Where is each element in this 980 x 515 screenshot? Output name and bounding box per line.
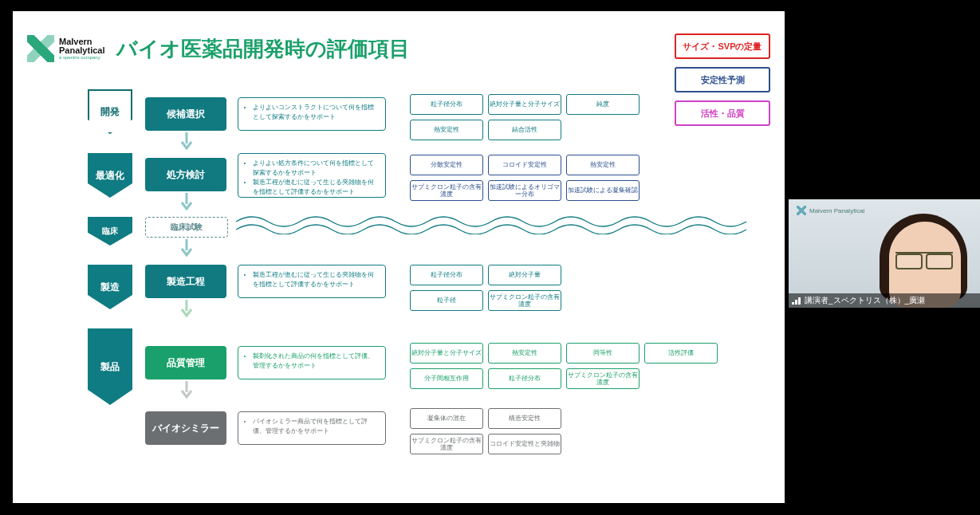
- tag: 分散安定性: [410, 155, 483, 175]
- tags-biosimilar: 凝集体の混在 構造安定性 サブミクロン粒子の含有濃度 コロイド安定性と夾雑物: [410, 408, 577, 454]
- tag: 加速試験によるオリゴマー分布: [488, 180, 561, 201]
- tag: 絶対分子量と分子サイズ: [488, 94, 561, 115]
- wave-divider-icon: [236, 214, 762, 234]
- tag: サブミクロン粒子の含有濃度: [488, 290, 561, 311]
- tag: 熱安定性: [488, 343, 561, 364]
- tag: サブミクロン粒子の含有濃度: [410, 180, 483, 201]
- tag: サブミクロン粒子の含有濃度: [410, 434, 483, 454]
- brand-text: MalvernPanalytical a spectris company: [59, 37, 104, 60]
- stage-optimization: 最適化: [88, 153, 132, 198]
- speaker-panel: Malvern Panalytical 講演者_スペクトリス（株）_廣瀬: [789, 199, 980, 308]
- tag: 純度: [566, 94, 640, 115]
- process-candidate: 候補選択: [145, 97, 226, 131]
- glasses-icon: [895, 252, 953, 268]
- tags-mfg: 粒子径分布 絶対分子量 粒子径 サブミクロン粒子の含有濃度: [410, 265, 577, 311]
- process-biosimilar: バイオシミラー: [145, 411, 226, 445]
- speaker-brand: Malvern Panalytical: [797, 206, 864, 215]
- tag: 熱安定性: [410, 120, 483, 140]
- tag: 同等性: [566, 343, 640, 364]
- desc-candidate: よりよいコンストラクトについて何を指標として探索するかをサポート: [238, 97, 386, 131]
- stage-manufacture: 製造: [88, 265, 132, 309]
- tag: 分子間相互作用: [410, 368, 483, 389]
- arrow-down-icon: [180, 381, 193, 399]
- tag: 構造安定性: [488, 408, 561, 429]
- tag: 熱安定性: [566, 155, 640, 175]
- tag: 凝集体の混在: [410, 408, 483, 429]
- tag: 絶対分子量: [488, 265, 561, 285]
- tag: 加速試験による凝集確認: [566, 180, 640, 201]
- stage-column: 開発 最適化 臨床 製造 製品: [88, 89, 132, 424]
- tags-qc: 絶対分子量と分子サイズ 熱安定性 同等性 活性評価 分子間相互作用 粒子径分布 …: [410, 343, 745, 389]
- process-formulation: 処方検討: [145, 158, 226, 191]
- tag: 粒子径: [410, 290, 483, 311]
- process-qc: 品質管理: [145, 346, 226, 379]
- desc-formulation: よりよい処方条件について何を指標として探索するかをサポート製造工程が進むに従って…: [238, 153, 386, 198]
- tags-formulation: 分散安定性 コロイド安定性 熱安定性 サブミクロン粒子の含有濃度 加速試験による…: [410, 155, 657, 201]
- desc-qc: 製剤化された商品の何を指標として評価、管理するかをサポート: [238, 346, 386, 379]
- brand-logo: MalvernPanalytical a spectris company: [27, 35, 104, 62]
- tag: 結合活性: [488, 120, 561, 140]
- stage-clinical: 臨床: [88, 217, 132, 246]
- process-clinical: 臨床試験: [145, 217, 228, 238]
- legend-activity: 活性・品質: [675, 100, 770, 126]
- stage-development: 開発: [88, 89, 132, 134]
- tag: 絶対分子量と分子サイズ: [410, 343, 483, 364]
- stage-product: 製品: [88, 328, 132, 405]
- tag: 粒子径分布: [488, 368, 561, 389]
- arrow-down-icon: [180, 239, 193, 257]
- tag: コロイド安定性と夾雑物: [488, 434, 561, 454]
- tag: サブミクロン粒子の含有濃度: [566, 368, 640, 389]
- tag: コロイド安定性: [488, 155, 561, 175]
- arrow-down-icon: [180, 132, 193, 150]
- tag: 粒子径分布: [410, 94, 483, 115]
- tag: 粒子径分布: [410, 265, 483, 285]
- tag: 活性評価: [644, 343, 718, 364]
- process-mfg: 製造工程: [145, 265, 226, 298]
- desc-mfg: 製造工程が進むに従って生じる夾雑物を何を指標として評価するかをサポート: [238, 265, 386, 298]
- logo-mark-icon: [27, 35, 54, 62]
- speaker-name-bar: 講演者_スペクトリス（株）_廣瀬: [789, 293, 980, 308]
- arrow-down-icon: [180, 193, 193, 210]
- legend: サイズ・SVPの定量 安定性予測 活性・品質: [675, 33, 770, 126]
- logo-mark-icon: [797, 206, 806, 215]
- signal-icon: [792, 297, 801, 305]
- slide-title: バイオ医薬品開発時の評価項目: [116, 35, 410, 63]
- arrow-down-icon: [180, 300, 193, 317]
- desc-biosimilar: バイオシミラー商品で何を指標として評価、管理するかをサポート: [238, 411, 386, 445]
- legend-size-svp: サイズ・SVPの定量: [675, 33, 770, 59]
- legend-stability: 安定性予測: [675, 67, 770, 92]
- tags-candidate: 粒子径分布 絶対分子量と分子サイズ 純度 熱安定性 結合活性: [410, 94, 657, 140]
